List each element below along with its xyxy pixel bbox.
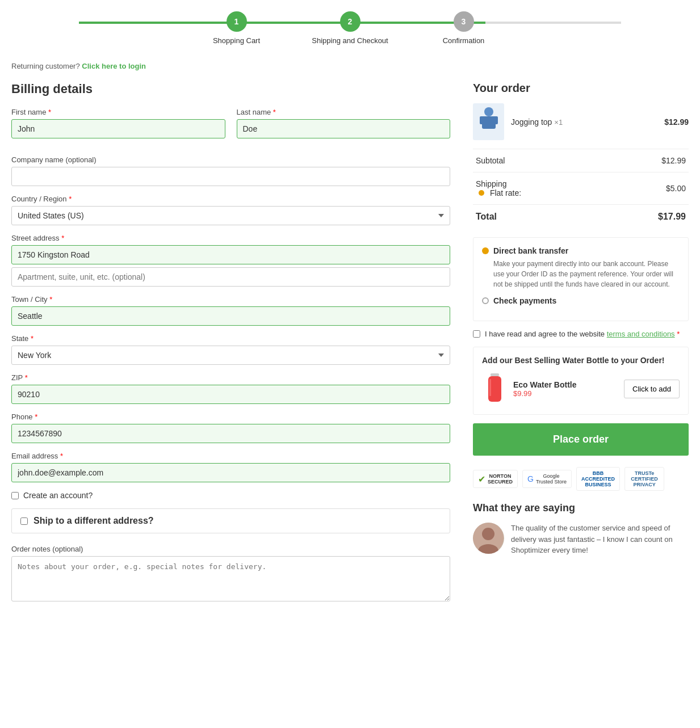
upsell-title: Add our Best Selling Water Bottle to you… bbox=[482, 356, 680, 365]
order-item-name: Jogging top ×1 bbox=[511, 117, 657, 127]
step-1-circle: 1 bbox=[227, 11, 247, 32]
last-name-group: Last name * bbox=[237, 108, 451, 138]
billing-panel: Billing details First name * Last name *… bbox=[11, 82, 450, 603]
progress-bar: 1 Shopping Cart 2 Shipping and Checkout … bbox=[11, 11, 689, 45]
svg-rect-3 bbox=[492, 116, 498, 124]
apt-input[interactable] bbox=[11, 267, 450, 287]
total-value: $17.99 bbox=[603, 205, 689, 229]
place-order-button[interactable]: Place order bbox=[473, 423, 689, 456]
step-1: 1 Shopping Cart bbox=[180, 11, 294, 45]
city-group: Town / City * bbox=[11, 295, 450, 326]
truste-badge: TRUSTeCERTIFIEDPRIVACY bbox=[624, 467, 664, 491]
step-2-label: Shipping and Checkout bbox=[312, 36, 388, 45]
direct-transfer-desc: Make your payment directly into our bank… bbox=[482, 259, 680, 289]
email-group: Email address * bbox=[11, 452, 450, 482]
google-badge: G GoogleTrusted Store bbox=[522, 470, 572, 488]
zip-input[interactable] bbox=[11, 385, 450, 404]
zip-label: ZIP * bbox=[11, 373, 450, 382]
total-label: Total bbox=[473, 205, 603, 229]
country-group: Country / Region * United States (US) bbox=[11, 195, 450, 225]
street-input[interactable] bbox=[11, 245, 450, 264]
svg-rect-4 bbox=[491, 373, 499, 376]
shipping-row: Shipping Flat rate: $5.00 bbox=[473, 172, 689, 205]
company-input[interactable] bbox=[11, 167, 450, 186]
country-label: Country / Region * bbox=[11, 195, 450, 203]
svg-point-8 bbox=[482, 528, 494, 540]
step-2: 2 Shipping and Checkout bbox=[294, 11, 407, 45]
phone-label: Phone * bbox=[11, 413, 450, 421]
water-bottle-icon bbox=[485, 373, 505, 405]
last-name-label: Last name * bbox=[237, 108, 451, 116]
zip-group: ZIP * bbox=[11, 373, 450, 404]
subtotal-row: Subtotal $12.99 bbox=[473, 149, 689, 172]
flat-rate-value: $5.00 bbox=[603, 172, 689, 205]
create-account-checkbox[interactable] bbox=[11, 492, 19, 499]
testimonial-avatar bbox=[473, 523, 504, 554]
state-label: State * bbox=[11, 334, 450, 343]
upsell-item: Eco Water Bottle $9.99 Click to add bbox=[482, 372, 680, 406]
subtotal-label: Subtotal bbox=[473, 149, 603, 172]
order-item-price: $12.99 bbox=[664, 117, 689, 127]
upsell-item-name: Eco Water Bottle bbox=[513, 380, 618, 389]
ship-different-checkbox[interactable] bbox=[20, 517, 28, 525]
order-summary-table: Subtotal $12.99 Shipping Flat rate: $5.0… bbox=[473, 149, 689, 229]
state-group: State * New York bbox=[11, 334, 450, 365]
check-payments-option[interactable]: Check payments bbox=[482, 296, 680, 305]
click-to-add-button[interactable]: Click to add bbox=[624, 380, 680, 398]
direct-transfer-dot bbox=[482, 247, 489, 254]
state-select[interactable]: New York bbox=[11, 346, 450, 365]
trust-badges: ✔ NORTONSECURED G GoogleTrusted Store BB… bbox=[473, 467, 689, 491]
company-label: Company name (optional) bbox=[11, 155, 450, 164]
main-layout: Billing details First name * Last name *… bbox=[11, 82, 689, 603]
water-bottle-image bbox=[482, 372, 508, 406]
payment-section: Direct bank transfer Make your payment d… bbox=[473, 237, 689, 321]
street-label: Street address * bbox=[11, 234, 450, 242]
step-2-circle: 2 bbox=[340, 11, 361, 32]
create-account-row: Create an account? bbox=[11, 491, 450, 500]
terms-checkbox[interactable] bbox=[473, 330, 480, 338]
total-row: Total $17.99 bbox=[473, 205, 689, 229]
testimonial-text: The quality of the customer service and … bbox=[511, 523, 689, 556]
ship-different-label: Ship to a different address? bbox=[20, 516, 441, 526]
upsell-box: Add our Best Selling Water Bottle to you… bbox=[473, 347, 689, 415]
order-panel: Your order Jogging top ×1 $12.99 Subtota… bbox=[473, 82, 689, 603]
norton-badge: ✔ NORTONSECURED bbox=[473, 470, 518, 488]
step-3-label: Confirmation bbox=[443, 36, 485, 45]
first-name-input[interactable] bbox=[11, 119, 225, 138]
city-input[interactable] bbox=[11, 306, 450, 326]
check-payments-title: Check payments bbox=[482, 296, 680, 305]
phone-input[interactable] bbox=[11, 424, 450, 443]
svg-rect-6 bbox=[489, 379, 491, 396]
phone-group: Phone * bbox=[11, 413, 450, 443]
step-3: 3 Confirmation bbox=[407, 11, 521, 45]
terms-row: I have read and agree to the website ter… bbox=[473, 330, 689, 338]
order-notes-textarea[interactable] bbox=[11, 556, 450, 601]
direct-transfer-title: Direct bank transfer bbox=[482, 246, 680, 255]
upsell-item-details: Eco Water Bottle $9.99 bbox=[513, 380, 618, 398]
order-item: Jogging top ×1 $12.99 bbox=[473, 103, 689, 140]
country-select[interactable]: United States (US) bbox=[11, 206, 450, 225]
last-name-input[interactable] bbox=[237, 119, 451, 138]
billing-title: Billing details bbox=[11, 82, 450, 96]
subtotal-value: $12.99 bbox=[603, 149, 689, 172]
first-name-group: First name * bbox=[11, 108, 225, 138]
flat-rate-label: Flat rate: bbox=[490, 188, 521, 197]
first-name-label: First name * bbox=[11, 108, 225, 116]
login-link[interactable]: Click here to login bbox=[82, 62, 146, 70]
create-account-label: Create an account? bbox=[23, 491, 93, 500]
upsell-item-price: $9.99 bbox=[513, 389, 618, 398]
terms-link[interactable]: terms and conditions bbox=[607, 330, 675, 338]
bbb-badge: BBBACCREDITEDBUSINESS bbox=[576, 467, 620, 491]
step-3-circle: 3 bbox=[454, 11, 474, 32]
street-group: Street address * bbox=[11, 234, 450, 287]
company-group: Company name (optional) bbox=[11, 155, 450, 186]
jogging-top-icon bbox=[477, 106, 500, 137]
order-notes-section: Order notes (optional) bbox=[11, 545, 450, 603]
testimonial-title: What they are saying bbox=[473, 502, 689, 514]
email-input[interactable] bbox=[11, 463, 450, 482]
svg-point-0 bbox=[484, 107, 493, 116]
testimonial-item: The quality of the customer service and … bbox=[473, 523, 689, 556]
name-row: First name * Last name * bbox=[11, 108, 450, 147]
order-item-image bbox=[473, 103, 504, 140]
ship-different-section: Ship to a different address? bbox=[11, 508, 450, 533]
